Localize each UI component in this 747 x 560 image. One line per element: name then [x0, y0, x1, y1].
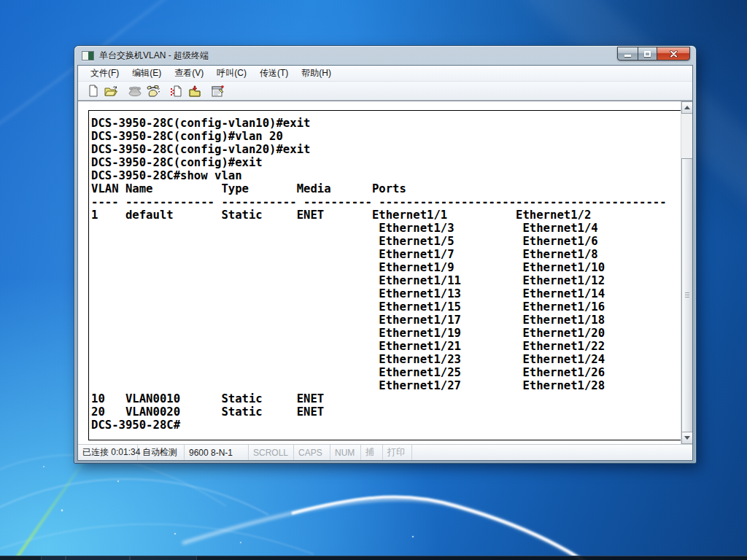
hyperterminal-window: 单台交换机VLAN - 超级终端 文件(F) 编辑(E) 查看(V) 呼叫(C)… — [74, 46, 696, 463]
menu-view[interactable]: 查看(V) — [168, 65, 210, 82]
menu-bar: 文件(F) 编辑(E) 查看(V) 呼叫(C) 传送(T) 帮助(H) — [78, 66, 692, 82]
status-connection: 已连接 0:01:34 — [78, 445, 138, 460]
send-file-icon — [170, 85, 182, 97]
disconnect-icon — [147, 85, 160, 97]
status-num: NUM — [330, 445, 361, 460]
scrollbar-thumb[interactable] — [681, 158, 692, 432]
taskbar-button-segment[interactable] — [66, 556, 130, 560]
maximize-icon — [644, 51, 651, 57]
title-bar[interactable]: 单台交换机VLAN - 超级终端 — [74, 46, 696, 65]
status-bar: 已连接 0:01:34 自动检测 9600 8-N-1 SCROLL CAPS … — [78, 444, 692, 460]
menu-edit[interactable]: 编辑(E) — [125, 65, 168, 82]
terminal-scrollbar — [681, 101, 692, 444]
terminal-area: DCS-3950-28C(config-vlan10)#exit DCS-395… — [78, 101, 692, 444]
scroll-up-button[interactable] — [681, 101, 692, 114]
menu-help[interactable]: 帮助(H) — [295, 65, 338, 82]
taskbar-start-segment[interactable] — [41, 556, 66, 560]
terminal-screen[interactable]: DCS-3950-28C(config-vlan10)#exit DCS-395… — [88, 110, 682, 440]
arrow-down-icon — [684, 436, 690, 440]
minimize-button[interactable] — [617, 47, 638, 61]
window-title: 单台交换机VLAN - 超级终端 — [99, 50, 209, 62]
scroll-down-button[interactable] — [681, 432, 692, 444]
toolbar — [78, 82, 692, 101]
menu-transfer[interactable]: 传送(T) — [253, 65, 295, 82]
minimize-icon — [624, 55, 631, 57]
open-button[interactable] — [102, 83, 120, 99]
new-connection-button[interactable] — [84, 83, 102, 99]
call-button[interactable] — [125, 83, 144, 99]
status-scroll: SCROLL — [249, 445, 294, 460]
status-caps: CAPS — [294, 445, 330, 460]
scrollbar-grip-icon — [685, 292, 689, 298]
disconnect-button[interactable] — [144, 83, 162, 99]
close-button[interactable] — [657, 47, 690, 61]
status-autodetect: 自动检测 — [138, 445, 185, 460]
maximize-button[interactable] — [638, 47, 657, 61]
taskbar-button-segment[interactable] — [130, 556, 197, 560]
hyperterminal-app-icon — [82, 51, 94, 61]
call-icon — [128, 86, 142, 96]
send-file-button[interactable] — [167, 83, 185, 99]
caption-buttons — [618, 47, 690, 61]
taskbar-edge[interactable] — [0, 556, 747, 560]
status-print: 打印 — [383, 445, 412, 460]
properties-button[interactable] — [209, 83, 227, 99]
arrow-up-icon — [684, 106, 690, 109]
receive-file-icon — [188, 85, 201, 97]
new-connection-icon — [88, 85, 99, 97]
receive-file-button[interactable] — [185, 83, 204, 99]
status-capture: 捕 — [361, 445, 383, 460]
window-client-area: 文件(F) 编辑(E) 查看(V) 呼叫(C) 传送(T) 帮助(H) — [77, 65, 693, 461]
close-icon — [670, 50, 678, 58]
menu-call[interactable]: 呼叫(C) — [210, 65, 253, 82]
properties-icon — [212, 85, 224, 97]
open-icon — [104, 85, 118, 97]
menu-file[interactable]: 文件(F) — [84, 65, 125, 82]
status-baud: 9600 8-N-1 — [185, 445, 249, 460]
